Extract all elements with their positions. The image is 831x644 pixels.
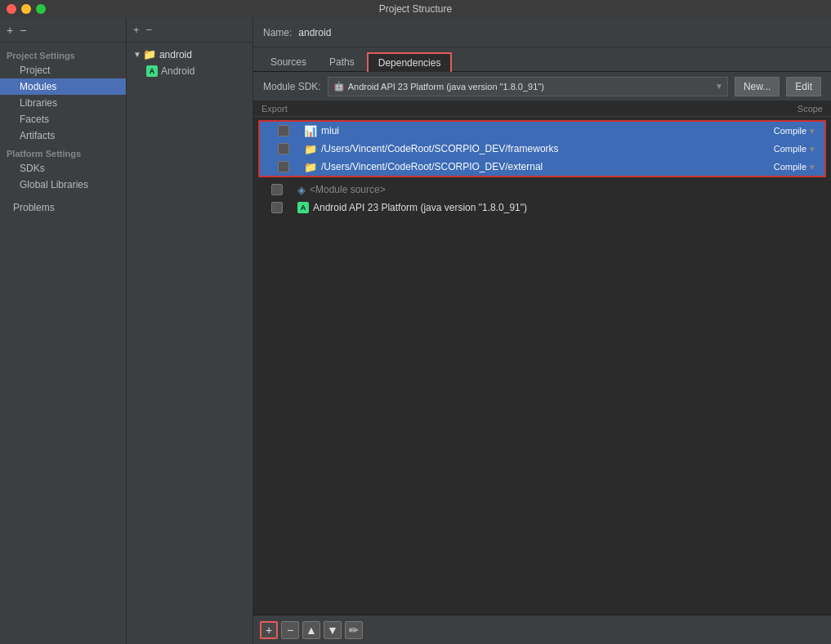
tabs-bar: Sources Paths Dependencies xyxy=(253,47,831,72)
scope-dropdown-arrow-frameworks[interactable]: ▼ xyxy=(808,145,816,154)
module-tree: ▼ 📁 android A Android xyxy=(127,42,252,83)
sidebar-item-sdks-label: SDKs xyxy=(20,163,45,174)
sidebar-nav: Project Settings Project Modules Librari… xyxy=(0,42,126,644)
dep-name-miui: miui xyxy=(321,125,743,136)
plus-icon: + xyxy=(266,624,272,637)
dep-name-android-api: Android API 23 Platform (java version "1… xyxy=(313,202,749,213)
edit-button[interactable]: Edit xyxy=(786,77,821,96)
sidebar-toolbar: + − xyxy=(0,18,126,42)
export-checkbox-external[interactable] xyxy=(278,161,289,172)
close-button[interactable] xyxy=(7,4,16,14)
sdk-value: Android API 23 Platform (java version "1… xyxy=(348,82,544,92)
down-arrow-icon: ▼ xyxy=(327,624,338,637)
remove-dependency-button[interactable]: − xyxy=(281,621,299,639)
sidebar: + − Project Settings Project Modules Lib… xyxy=(0,18,127,644)
sidebar-item-global-libraries-label: Global Libraries xyxy=(20,179,88,190)
android-api-icon: A xyxy=(297,202,309,213)
sdk-select-container: 🤖 Android API 23 Platform (java version … xyxy=(328,77,728,96)
titlebar: Project Structure xyxy=(0,0,831,18)
scope-dropdown-arrow-miui[interactable]: ▼ xyxy=(808,127,816,136)
tab-dependencies[interactable]: Dependencies xyxy=(367,52,453,72)
header-scope: Scope xyxy=(749,104,823,114)
table-header: Export Scope xyxy=(253,101,831,117)
sdk-bar: Module SDK: 🤖 Android API 23 Platform (j… xyxy=(253,72,831,101)
name-value: android xyxy=(298,27,331,38)
window-title: Project Structure xyxy=(379,3,452,15)
table-row-module-source[interactable]: ◈ <Module source> xyxy=(253,181,831,199)
folder-icon-frameworks: 📁 xyxy=(304,143,317,155)
export-checkbox-frameworks[interactable] xyxy=(278,143,289,154)
sidebar-item-modules[interactable]: Modules xyxy=(0,78,126,95)
sidebar-item-global-libraries[interactable]: Global Libraries xyxy=(0,177,126,193)
dep-name-external: /Users/Vincent/CodeRoot/SCORPIO_DEV/exte… xyxy=(321,161,743,172)
add-dependency-button[interactable]: + xyxy=(260,621,278,639)
name-label: Name: xyxy=(263,27,292,38)
sdk-dropdown[interactable]: 🤖 Android API 23 Platform (java version … xyxy=(328,77,728,96)
dep-name-module-source: <Module source> xyxy=(310,184,749,195)
tab-sources[interactable]: Sources xyxy=(260,52,317,71)
dependencies-table-container: Export Scope 📊 miui Compile ▼ xyxy=(253,101,831,615)
folder-open-icon: 📁 xyxy=(143,48,156,60)
export-checkbox-miui[interactable] xyxy=(278,125,289,136)
chevron-down-icon: ▼ xyxy=(133,50,141,59)
sidebar-item-artifacts[interactable]: Artifacts xyxy=(0,127,126,144)
tree-item-android[interactable]: ▼ 📁 android xyxy=(127,46,252,63)
platform-settings-label: Platform Settings xyxy=(0,144,126,160)
selected-group: 📊 miui Compile ▼ 📁 /Users/Vincent/CodeRo… xyxy=(258,120,826,177)
tab-paths-label: Paths xyxy=(329,56,355,68)
move-down-button[interactable]: ▼ xyxy=(324,621,342,639)
tab-paths[interactable]: Paths xyxy=(319,52,365,71)
sidebar-item-facets[interactable]: Facets xyxy=(0,111,126,127)
minimize-button[interactable] xyxy=(21,4,31,14)
table-row-external[interactable]: 📁 /Users/Vincent/CodeRoot/SCORPIO_DEV/ex… xyxy=(260,158,824,176)
project-settings-label: Project Settings xyxy=(0,46,126,62)
sidebar-remove-button[interactable]: − xyxy=(20,24,26,37)
sidebar-item-libraries[interactable]: Libraries xyxy=(0,95,126,111)
dep-scope-miui: Compile xyxy=(774,126,806,136)
traffic-lights xyxy=(7,4,46,14)
sidebar-item-problems-label: Problems xyxy=(13,202,55,213)
dropdown-arrow-icon: ▼ xyxy=(715,82,723,91)
module-icon: ◈ xyxy=(297,184,306,196)
tree-item-android-child-label: Android xyxy=(161,65,194,77)
edit-dependency-button[interactable]: ✏ xyxy=(345,621,363,639)
dep-scope-frameworks: Compile xyxy=(774,144,806,154)
android-icon: A xyxy=(146,65,158,77)
export-checkbox-module-source[interactable] xyxy=(271,184,283,195)
new-button[interactable]: New... xyxy=(735,77,780,96)
sidebar-item-artifacts-label: Artifacts xyxy=(20,130,55,141)
name-bar: Name: android xyxy=(253,18,831,47)
sidebar-add-button[interactable]: + xyxy=(7,24,13,37)
tree-remove-button[interactable]: − xyxy=(146,24,153,36)
sidebar-item-libraries-label: Libraries xyxy=(20,97,57,109)
dep-scope-external: Compile xyxy=(774,162,806,172)
sidebar-item-facets-label: Facets xyxy=(20,114,49,125)
sdk-label: Module SDK: xyxy=(263,81,321,92)
table-row-frameworks[interactable]: 📁 /Users/Vincent/CodeRoot/SCORPIO_DEV/fr… xyxy=(260,140,824,158)
tree-item-android-child[interactable]: A Android xyxy=(127,63,252,79)
sidebar-item-project[interactable]: Project xyxy=(0,62,126,78)
bottom-toolbar: + − ▲ ▼ ✏ xyxy=(253,615,831,644)
up-arrow-icon: ▲ xyxy=(306,624,317,637)
export-checkbox-android-api[interactable] xyxy=(271,202,283,213)
sidebar-item-problems[interactable]: Problems xyxy=(0,199,126,216)
table-row-miui[interactable]: 📊 miui Compile ▼ xyxy=(260,122,824,140)
move-up-button[interactable]: ▲ xyxy=(302,621,320,639)
jar-icon: 📊 xyxy=(304,125,317,137)
main-content: Name: android Sources Paths Dependencies… xyxy=(253,18,831,644)
scope-dropdown-arrow-external[interactable]: ▼ xyxy=(808,163,816,172)
folder-icon-external: 📁 xyxy=(304,161,317,173)
tree-item-android-label: android xyxy=(159,49,192,60)
minus-icon: − xyxy=(287,624,293,637)
dep-name-frameworks: /Users/Vincent/CodeRoot/SCORPIO_DEV/fram… xyxy=(321,143,743,154)
sidebar-item-modules-label: Modules xyxy=(20,81,56,92)
maximize-button[interactable] xyxy=(36,4,46,14)
pencil-icon: ✏ xyxy=(349,624,359,637)
header-export: Export xyxy=(261,104,311,114)
sidebar-item-sdks[interactable]: SDKs xyxy=(0,160,126,177)
android-sdk-icon: 🤖 xyxy=(333,81,345,92)
tree-add-button[interactable]: + xyxy=(133,24,140,36)
table-row-android-api[interactable]: A Android API 23 Platform (java version … xyxy=(253,199,831,217)
tab-dependencies-label: Dependencies xyxy=(378,57,441,69)
app-container: + − Project Settings Project Modules Lib… xyxy=(0,18,831,644)
